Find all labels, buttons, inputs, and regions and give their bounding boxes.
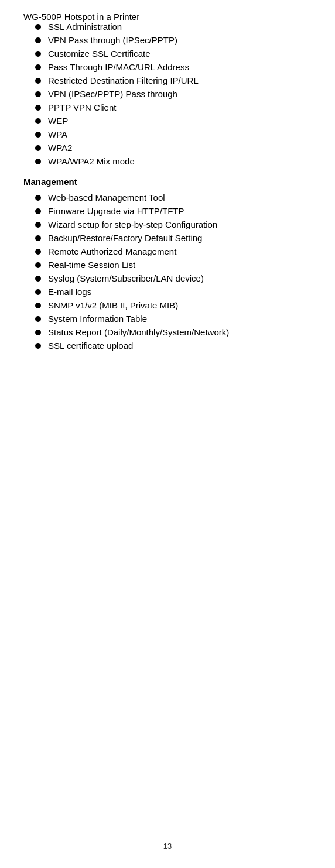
bullet-icon [35, 51, 41, 57]
security-list-item: Pass Through IP/MAC/URL Address [23, 62, 312, 72]
bullet-icon [35, 249, 41, 255]
bullet-icon [35, 208, 41, 214]
security-list-item: WPA2 [23, 143, 312, 153]
management-heading: Management [23, 177, 312, 187]
bullet-icon [35, 343, 41, 349]
management-list-item: Real-time Session List [23, 260, 312, 270]
bullet-icon [35, 78, 41, 84]
management-item-text: SSL certificate upload [48, 341, 133, 351]
management-list-item: Web-based Management Tool [23, 193, 312, 203]
management-list-item: Firmware Upgrade via HTTP/TFTP [23, 206, 312, 216]
management-list-item: Status Report (Daily/Monthly/System/Netw… [23, 327, 312, 337]
management-item-text: Syslog (System/Subscriber/LAN device) [48, 273, 204, 283]
security-item-text: VPN (IPSec/PPTP) Pass through [48, 89, 177, 99]
bullet-icon [35, 118, 41, 124]
security-item-text: WPA/WPA2 Mix mode [48, 156, 135, 166]
security-item-text: WPA2 [48, 143, 72, 153]
security-list-item: WPA/WPA2 Mix mode [23, 156, 312, 166]
management-item-text: System Information Table [48, 314, 147, 324]
management-item-text: E-mail logs [48, 287, 91, 297]
bullet-icon [35, 222, 41, 228]
bullet-icon [35, 105, 41, 111]
header-title: WG-500P Hotspot in a Printer [23, 12, 139, 22]
bullet-icon [35, 159, 41, 164]
security-item-text: Customize SSL Certificate [48, 49, 151, 59]
security-item-text: SSL Administration [48, 22, 122, 32]
management-list-item: Remote Authorized Management [23, 246, 312, 256]
management-list-item: Wizard setup for step-by-step Configurat… [23, 219, 312, 229]
bullet-icon [35, 303, 41, 308]
security-list-item: WEP [23, 116, 312, 126]
security-list-item: VPN (IPSec/PPTP) Pass through [23, 89, 312, 99]
security-list-item: SSL Administration [23, 22, 312, 32]
management-list-item: Syslog (System/Subscriber/LAN device) [23, 273, 312, 283]
bullet-icon [35, 262, 41, 268]
security-list-item: PPTP VPN Client [23, 102, 312, 112]
bullet-icon [35, 24, 41, 30]
bullet-icon [35, 235, 41, 241]
bullet-icon [35, 330, 41, 335]
management-item-text: Wizard setup for step-by-step Configurat… [48, 219, 217, 229]
security-item-text: PPTP VPN Client [48, 102, 116, 112]
management-list-item: SSL certificate upload [23, 341, 312, 351]
management-list: Web-based Management ToolFirmware Upgrad… [23, 193, 312, 351]
security-item-text: WEP [48, 116, 68, 126]
management-item-text: Status Report (Daily/Monthly/System/Netw… [48, 327, 229, 337]
bullet-icon [35, 132, 41, 138]
bullet-icon [35, 37, 41, 43]
management-list-item: Backup/Restore/Factory Default Setting [23, 233, 312, 243]
bullet-icon [35, 289, 41, 295]
security-item-text: Restricted Destination Filtering IP/URL [48, 76, 199, 85]
security-item-text: VPN Pass through (IPSec/PPTP) [48, 35, 177, 45]
bullet-icon [35, 64, 41, 70]
security-list-item: WPA [23, 129, 312, 139]
management-list-item: System Information Table [23, 314, 312, 324]
security-list: SSL AdministrationVPN Pass through (IPSe… [23, 22, 312, 166]
management-item-text: SNMP v1/v2 (MIB II, Private MIB) [48, 300, 178, 310]
management-item-text: Web-based Management Tool [48, 193, 165, 203]
management-item-text: Backup/Restore/Factory Default Setting [48, 233, 202, 243]
management-item-text: Firmware Upgrade via HTTP/TFTP [48, 206, 184, 216]
page-header: WG-500P Hotspot in a Printer [23, 12, 312, 22]
management-list-item: E-mail logs [23, 287, 312, 297]
bullet-icon [35, 145, 41, 151]
security-item-text: Pass Through IP/MAC/URL Address [48, 62, 189, 72]
page-number: 13 [163, 842, 172, 850]
bullet-icon [35, 91, 41, 97]
management-item-text: Remote Authorized Management [48, 246, 176, 256]
management-item-text: Real-time Session List [48, 260, 135, 270]
management-list-item: SNMP v1/v2 (MIB II, Private MIB) [23, 300, 312, 310]
security-list-item: Customize SSL Certificate [23, 49, 312, 59]
bullet-icon [35, 316, 41, 322]
bullet-icon [35, 276, 41, 282]
security-list-item: Restricted Destination Filtering IP/URL [23, 76, 312, 85]
security-item-text: WPA [48, 129, 67, 139]
bullet-icon [35, 195, 41, 201]
security-list-item: VPN Pass through (IPSec/PPTP) [23, 35, 312, 45]
